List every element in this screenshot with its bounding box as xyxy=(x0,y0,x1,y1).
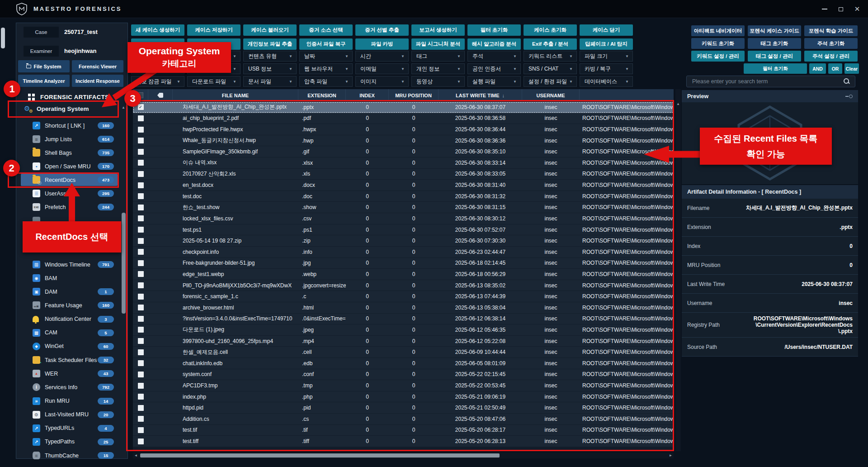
row-checkbox[interactable] xyxy=(133,358,148,369)
panel-button[interactable]: 아티팩트 네비게이터 xyxy=(691,25,745,36)
panel-button[interactable]: 키워드 설정 / 관리 xyxy=(691,51,745,62)
row-checkbox[interactable] xyxy=(133,180,148,191)
toolbar-button[interactable]: 해시 알고리즘 분석 xyxy=(467,38,521,50)
sidebar-scroll-up-icon[interactable]: ▲ xyxy=(121,105,126,110)
filter-dropdown[interactable]: 이메일▼ xyxy=(355,63,409,74)
row-checkbox[interactable] xyxy=(133,224,148,235)
row-checkbox[interactable] xyxy=(133,247,148,257)
row-checkbox[interactable] xyxy=(133,414,148,424)
search-icon[interactable] xyxy=(843,78,850,85)
toolbar-button[interactable]: Exif 추출 / 분석 xyxy=(524,38,577,50)
row-checkbox[interactable] xyxy=(133,425,148,436)
column-extension[interactable]: EXTENSION xyxy=(298,89,346,101)
sidebar-item-thumbcache[interactable]: ThumbCache15 xyxy=(21,449,118,462)
filter-dropdown[interactable]: 설정 / 환경 파일▼ xyxy=(524,76,577,87)
table-row[interactable]: Pll0_TO-ji9nAoBMIjXX1b5Oc3i7-mq9wXDwX.jp… xyxy=(133,280,674,291)
column-last-write-time[interactable]: LAST WRITE TIME↓ xyxy=(439,89,522,101)
table-row[interactable]: test.tif.tif002025-05-20 06:28:17insecRO… xyxy=(133,425,674,436)
sidebar-item-feature-usage[interactable]: Feature Usage160 xyxy=(21,299,118,311)
scroll-left-icon[interactable]: ◄ xyxy=(133,453,139,457)
table-row[interactable]: en_test.docx.docx002025-06-30 08:31:40in… xyxy=(133,180,674,191)
panel-button[interactable]: 주석 초기화 xyxy=(804,38,858,49)
toolbar-button[interactable]: 케이스 초기화 xyxy=(524,24,577,36)
table-row[interactable]: test.tiff.tiff002025-05-20 06:28:13insec… xyxy=(133,436,674,447)
filter-dropdown[interactable]: 다운로드 파일▼ xyxy=(187,76,241,87)
minimize-icon[interactable] xyxy=(816,0,833,18)
panel-button[interactable]: 태그 초기화 xyxy=(748,38,801,49)
sidebar-scrollbar[interactable] xyxy=(122,213,126,314)
sidebar-item-typedpaths[interactable]: TypedPaths25 xyxy=(21,436,118,448)
row-checkbox[interactable] xyxy=(133,269,148,280)
scroll-right-icon[interactable]: ► xyxy=(668,453,674,457)
maximize-icon[interactable] xyxy=(833,0,849,18)
table-row[interactable]: locked_xlsx_files.csv.csv002025-06-30 08… xyxy=(133,213,674,224)
sidebar-item-jump-lists[interactable]: Jump Lists614 xyxy=(21,133,118,145)
panel-button[interactable]: 키워드 초기화 xyxy=(691,38,745,49)
column-file-name[interactable]: FILE NAME xyxy=(173,89,298,101)
close-icon[interactable]: ✕ xyxy=(849,0,865,18)
sidebar-item-services-info[interactable]: Services Info792 xyxy=(21,381,118,393)
toolbar-button[interactable]: 파일 카빙 xyxy=(355,38,409,50)
table-row[interactable]: chatLinkInfo.edb.edb002025-06-05 08:01:0… xyxy=(133,358,674,369)
filter-dropdown[interactable]: 카빙 / 복구▼ xyxy=(580,63,633,74)
row-checkbox[interactable] xyxy=(133,258,148,269)
search-input[interactable] xyxy=(687,78,843,85)
row-checkbox[interactable] xyxy=(133,291,148,302)
table-row[interactable]: index.php.php002025-05-21 09:06:19insecR… xyxy=(133,391,674,403)
sidebar-item-open-save-mru[interactable]: Open / Save MRU170 xyxy=(21,160,118,172)
filter-dropdown[interactable]: 문서 파일▼ xyxy=(243,76,297,87)
sidebar-item-typedurls[interactable]: TypedURLs4 xyxy=(21,422,118,434)
column-index[interactable]: INDEX xyxy=(346,89,389,101)
column-username[interactable]: USERNAME xyxy=(522,89,580,101)
filter-dropdown[interactable]: SNS / CHAT▼ xyxy=(524,63,577,74)
toolbar-button[interactable]: 파일 시그니처 분석 xyxy=(411,38,465,50)
toolbar-button[interactable]: 개인정보 파일 추출 xyxy=(243,38,297,50)
table-row[interactable]: hwpProctected File.hwpx.hwpx002025-06-30… xyxy=(133,124,674,135)
toolbar-button[interactable]: 인증서 파일 복구 xyxy=(299,38,353,50)
sidebar-item-userassist[interactable]: UserAssist295 xyxy=(21,187,118,200)
table-row[interactable]: ai_chip_blueprint_2.pdf.pdf002025-06-30 … xyxy=(133,113,674,124)
sidebar-item-recentdocs[interactable]: RecentDocs473 xyxy=(21,174,118,186)
table-row[interactable]: edge_test1.webp.webp002025-06-18 00:56:2… xyxy=(133,269,674,280)
table-row[interactable]: APC1DF3.tmp.tmp002025-05-22 00:53:45inse… xyxy=(133,380,674,391)
sidebar-item-cam[interactable]: CAM5 xyxy=(21,327,118,339)
row-checkbox[interactable] xyxy=(133,302,148,313)
table-row[interactable]: 다운로드 (1).jpeg.jpeg002025-06-12 05:46:35i… xyxy=(133,324,674,336)
filter-dropdown[interactable]: 개인 정보▼ xyxy=(411,63,465,74)
filter-reset-button[interactable]: 필터 초기화 xyxy=(744,63,807,74)
toolbar-button[interactable]: 증거 소스 선택 xyxy=(299,24,353,36)
table-horizontal-scroll-thumb[interactable] xyxy=(140,453,500,457)
filter-dropdown[interactable]: 실행 파일▼ xyxy=(467,76,521,87)
table-vertical-scroll-thumb[interactable] xyxy=(1,28,5,48)
scroll-up-icon[interactable]: ▲ xyxy=(675,102,681,106)
row-checkbox[interactable] xyxy=(133,124,148,135)
table-row[interactable]: forensic_c_sample_1.c.c002025-06-13 07:4… xyxy=(133,291,674,302)
row-checkbox[interactable] xyxy=(133,324,148,335)
filter-dropdown[interactable]: 데이터베이스▼ xyxy=(580,76,633,87)
row-checkbox[interactable] xyxy=(133,402,148,413)
table-row[interactable]: ?instVersion=3.4.0.0&instExecTime=174971… xyxy=(133,314,674,325)
or-button[interactable]: OR xyxy=(828,63,842,74)
table-row[interactable]: ✓차세대_A.I_발전방향_AI_Chip_완성본.pptx.pptx00202… xyxy=(133,102,674,113)
row-checkbox[interactable] xyxy=(133,391,148,402)
toolbar-button[interactable]: 딥페이크 / AI 탐지 xyxy=(580,38,633,50)
clear-button[interactable]: Clear xyxy=(844,63,859,74)
table-row[interactable]: archive_browser.html.html002025-06-13 05… xyxy=(133,302,674,314)
toolbar-button[interactable]: 새 케이스 생성하기 xyxy=(131,24,184,36)
row-checkbox[interactable] xyxy=(133,347,148,357)
row-checkbox[interactable] xyxy=(133,113,148,124)
filter-dropdown[interactable]: 시간▼ xyxy=(355,51,409,62)
row-checkbox[interactable] xyxy=(133,135,148,146)
sidebar-item-run-mru[interactable]: Run MRU14 xyxy=(21,395,118,407)
toolbar-button[interactable]: 케이스 불러오기 xyxy=(243,24,297,36)
filter-dropdown[interactable]: 압축 파일▼ xyxy=(299,76,353,87)
sidebar-item-shortcut-lnk[interactable]: Shortcut [ LNK ]160 xyxy=(21,119,118,132)
sidebar-item-prefetch[interactable]: Prefetch244 xyxy=(21,201,118,213)
row-checkbox[interactable] xyxy=(133,336,148,347)
toolbar-button[interactable]: 필터 초기화 xyxy=(467,24,521,36)
row-checkbox[interactable] xyxy=(133,213,148,224)
row-checkbox[interactable] xyxy=(133,369,148,380)
table-row[interactable]: 20170927 산악회2.xls.xls002025-06-30 08:33:… xyxy=(133,169,674,180)
row-checkbox[interactable] xyxy=(133,157,148,168)
and-button[interactable]: AND xyxy=(809,63,826,74)
